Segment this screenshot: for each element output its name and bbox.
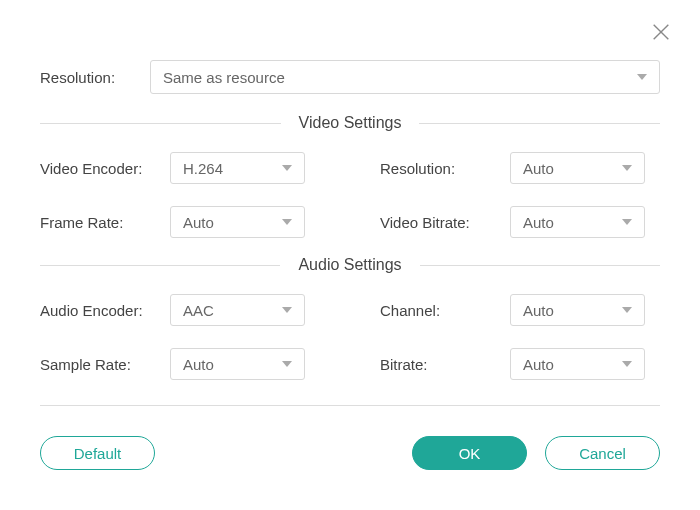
chevron-down-icon — [282, 165, 292, 171]
video-section-divider: Video Settings — [40, 114, 660, 132]
video-encoder-value: H.264 — [183, 160, 223, 177]
video-bitrate-value: Auto — [523, 214, 554, 231]
audio-section-title: Audio Settings — [280, 256, 419, 274]
frame-rate-row: Frame Rate: Auto — [40, 206, 320, 238]
frame-rate-label: Frame Rate: — [40, 214, 170, 231]
bottom-divider — [40, 405, 660, 406]
chevron-down-icon — [282, 219, 292, 225]
video-settings-grid: Video Encoder: H.264 Resolution: Auto Fr… — [40, 152, 660, 238]
top-resolution-label: Resolution: — [40, 69, 150, 86]
frame-rate-select[interactable]: Auto — [170, 206, 305, 238]
video-section-title: Video Settings — [281, 114, 420, 132]
ok-button[interactable]: OK — [412, 436, 527, 470]
sample-rate-label: Sample Rate: — [40, 356, 170, 373]
divider-line — [40, 265, 280, 266]
audio-encoder-row: Audio Encoder: AAC — [40, 294, 320, 326]
video-resolution-row: Resolution: Auto — [380, 152, 660, 184]
audio-bitrate-value: Auto — [523, 356, 554, 373]
sample-rate-select[interactable]: Auto — [170, 348, 305, 380]
top-resolution-row: Resolution: Same as resource — [40, 60, 660, 94]
audio-encoder-value: AAC — [183, 302, 214, 319]
audio-encoder-label: Audio Encoder: — [40, 302, 170, 319]
channel-select[interactable]: Auto — [510, 294, 645, 326]
top-resolution-select[interactable]: Same as resource — [150, 60, 660, 94]
chevron-down-icon — [282, 361, 292, 367]
audio-bitrate-select[interactable]: Auto — [510, 348, 645, 380]
audio-bitrate-label: Bitrate: — [380, 356, 510, 373]
audio-section-divider: Audio Settings — [40, 256, 660, 274]
video-bitrate-select[interactable]: Auto — [510, 206, 645, 238]
sample-rate-row: Sample Rate: Auto — [40, 348, 320, 380]
close-icon — [650, 21, 672, 43]
channel-value: Auto — [523, 302, 554, 319]
video-bitrate-row: Video Bitrate: Auto — [380, 206, 660, 238]
chevron-down-icon — [282, 307, 292, 313]
frame-rate-value: Auto — [183, 214, 214, 231]
chevron-down-icon — [622, 307, 632, 313]
close-button[interactable] — [647, 18, 675, 46]
divider-line — [419, 123, 660, 124]
chevron-down-icon — [637, 74, 647, 80]
default-button[interactable]: Default — [40, 436, 155, 470]
video-resolution-label: Resolution: — [380, 160, 510, 177]
chevron-down-icon — [622, 361, 632, 367]
video-encoder-label: Video Encoder: — [40, 160, 170, 177]
channel-label: Channel: — [380, 302, 510, 319]
video-resolution-value: Auto — [523, 160, 554, 177]
video-encoder-row: Video Encoder: H.264 — [40, 152, 320, 184]
video-encoder-select[interactable]: H.264 — [170, 152, 305, 184]
video-bitrate-label: Video Bitrate: — [380, 214, 510, 231]
audio-settings-grid: Audio Encoder: AAC Channel: Auto Sample … — [40, 294, 660, 380]
chevron-down-icon — [622, 219, 632, 225]
divider-line — [420, 265, 660, 266]
chevron-down-icon — [622, 165, 632, 171]
video-resolution-select[interactable]: Auto — [510, 152, 645, 184]
channel-row: Channel: Auto — [380, 294, 660, 326]
audio-bitrate-row: Bitrate: Auto — [380, 348, 660, 380]
cancel-button[interactable]: Cancel — [545, 436, 660, 470]
divider-line — [40, 123, 281, 124]
sample-rate-value: Auto — [183, 356, 214, 373]
top-resolution-value: Same as resource — [163, 69, 285, 86]
button-row: Default OK Cancel — [40, 436, 660, 470]
audio-encoder-select[interactable]: AAC — [170, 294, 305, 326]
